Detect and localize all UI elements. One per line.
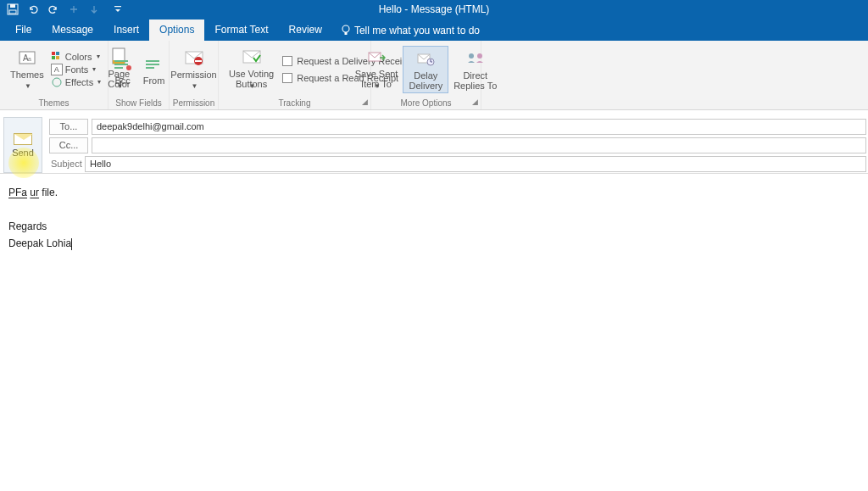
permission-icon [184, 47, 204, 68]
title-bar: Hello - Message (HTML) [0, 0, 868, 19]
delay-delivery-button[interactable]: Delay Delivery [403, 46, 448, 93]
colors-button[interactable]: Colors▾ [51, 51, 101, 63]
effects-button[interactable]: Effects▾ [51, 76, 101, 88]
chevron-down-icon: ▼ [192, 81, 198, 92]
group-permission: Permission ▼ Permission [170, 41, 219, 109]
svg-rect-10 [56, 52, 59, 55]
tab-review[interactable]: Review [279, 20, 332, 41]
svg-rect-3 [114, 6, 121, 7]
redo-icon[interactable] [47, 3, 59, 15]
svg-text:a: a [28, 56, 31, 62]
group-show-fields: Bcc From Show Fields [108, 41, 170, 109]
save-sent-icon [366, 47, 387, 67]
svg-point-31 [477, 53, 482, 59]
delay-delivery-icon [415, 48, 436, 69]
bulb-icon [341, 25, 351, 36]
direct-replies-icon [465, 48, 486, 69]
qat-customize-icon[interactable] [112, 3, 124, 15]
ribbon-tabs: File Message Insert Options Format Text … [0, 19, 868, 41]
checkbox-icon [282, 56, 292, 66]
save-icon[interactable] [7, 3, 19, 15]
tab-format-text[interactable]: Format Text [204, 20, 278, 41]
svg-rect-21 [146, 64, 159, 65]
svg-rect-11 [52, 56, 55, 59]
svg-rect-18 [114, 67, 123, 69]
svg-rect-9 [52, 52, 55, 55]
save-sent-button[interactable]: Save Sent Item To ▼ [350, 45, 403, 93]
svg-rect-16 [114, 60, 128, 62]
svg-rect-12 [56, 56, 59, 59]
direct-replies-button[interactable]: Direct Replies To [448, 47, 502, 92]
svg-point-19 [126, 65, 131, 70]
cc-button[interactable]: Cc... [49, 137, 88, 153]
svg-point-13 [53, 78, 61, 86]
dialog-launcher-icon[interactable]: ◢ [362, 98, 368, 106]
qat-disabled-icon [68, 3, 80, 15]
chevron-down-icon: ▼ [249, 81, 256, 92]
text-cursor [71, 238, 72, 250]
tab-insert[interactable]: Insert [103, 20, 149, 41]
cc-field[interactable] [92, 137, 866, 153]
undo-icon[interactable] [27, 3, 39, 15]
subject-field[interactable] [85, 156, 866, 172]
send-label: Send [12, 148, 34, 158]
svg-rect-5 [344, 32, 347, 35]
body-line-1: PFa ur file. [8, 184, 860, 201]
voting-button[interactable]: Use Voting Buttons ▼ [224, 45, 279, 93]
subject-label: Subject [46, 159, 85, 169]
group-themes: Aa Themes ▼ Colors▾ A Fonts▾ Effects▾ [0, 41, 108, 109]
envelope-icon [14, 133, 32, 145]
permission-button[interactable]: Permission ▼ [165, 46, 221, 93]
svg-rect-17 [114, 64, 128, 65]
svg-point-4 [342, 25, 349, 32]
ribbon: Aa Themes ▼ Colors▾ A Fonts▾ Effects▾ [0, 41, 868, 110]
to-field[interactable] [92, 119, 866, 135]
body-signature: Deepak Lohia [8, 235, 860, 252]
tell-me-label: Tell me what you want to do [354, 25, 480, 36]
fonts-icon: A [51, 64, 63, 75]
bcc-icon [113, 53, 133, 74]
svg-rect-20 [146, 60, 159, 62]
quick-access-toolbar [0, 3, 124, 15]
checkbox-icon [282, 73, 292, 83]
tab-message[interactable]: Message [42, 20, 103, 41]
voting-icon [242, 47, 262, 67]
svg-rect-22 [146, 67, 154, 69]
group-more-options: Save Sent Item To ▼ Delay Delivery Direc… [371, 41, 481, 109]
svg-rect-25 [195, 60, 202, 62]
qat-down-icon [88, 3, 100, 15]
window-title: Hello - Message (HTML) [379, 3, 490, 15]
to-button[interactable]: To... [49, 119, 88, 135]
body-regards: Regards [8, 218, 860, 235]
colors-icon [51, 51, 63, 63]
effects-icon [51, 76, 63, 88]
compose-header: Send To... Cc... Subject [0, 117, 868, 174]
send-button[interactable]: Send [3, 117, 42, 173]
tab-file[interactable]: File [5, 20, 42, 41]
svg-point-30 [469, 53, 474, 59]
chevron-down-icon: ▼ [374, 81, 381, 92]
chevron-down-icon: ▼ [25, 81, 31, 92]
dialog-launcher-icon[interactable]: ◢ [472, 98, 478, 106]
fonts-button[interactable]: A Fonts▾ [51, 64, 101, 75]
message-body[interactable]: PFa ur file. Regards Deepak Lohia [0, 174, 868, 262]
themes-icon: Aa [17, 47, 37, 68]
tab-options[interactable]: Options [149, 20, 204, 41]
group-tracking: Use Voting Buttons ▼ Request a Delivery … [219, 41, 371, 109]
svg-rect-1 [10, 4, 15, 8]
themes-button[interactable]: Aa Themes ▼ [5, 46, 49, 93]
bcc-button[interactable]: Bcc [108, 52, 138, 87]
svg-rect-2 [9, 10, 16, 14]
themes-label: Themes [10, 70, 44, 80]
from-icon [144, 53, 164, 74]
tell-me[interactable]: Tell me what you want to do [332, 20, 488, 41]
